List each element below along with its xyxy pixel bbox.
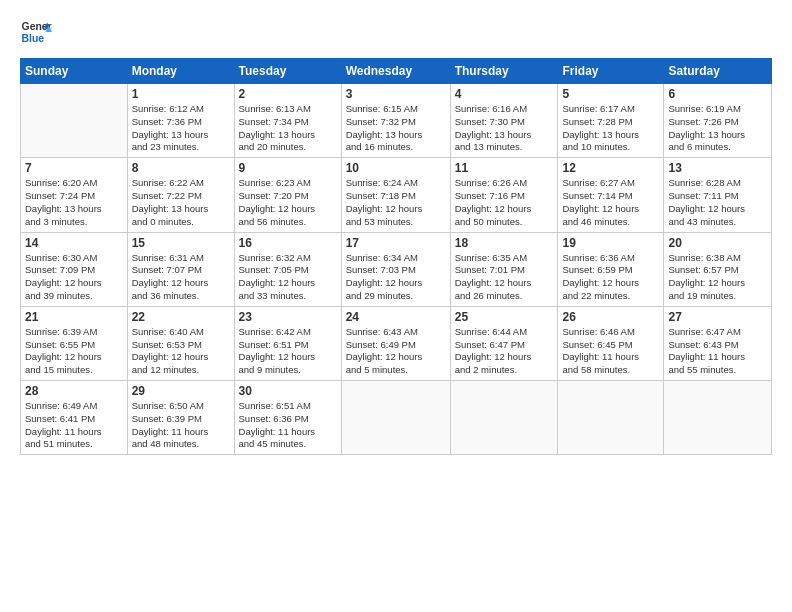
week-row-3: 14Sunrise: 6:30 AMSunset: 7:09 PMDayligh…: [21, 232, 772, 306]
day-number: 23: [239, 310, 337, 324]
day-info: Sunrise: 6:13 AMSunset: 7:34 PMDaylight:…: [239, 103, 337, 154]
day-cell: 23Sunrise: 6:42 AMSunset: 6:51 PMDayligh…: [234, 306, 341, 380]
day-cell: 18Sunrise: 6:35 AMSunset: 7:01 PMDayligh…: [450, 232, 558, 306]
day-cell: 21Sunrise: 6:39 AMSunset: 6:55 PMDayligh…: [21, 306, 128, 380]
day-info: Sunrise: 6:49 AMSunset: 6:41 PMDaylight:…: [25, 400, 123, 451]
day-info: Sunrise: 6:27 AMSunset: 7:14 PMDaylight:…: [562, 177, 659, 228]
day-number: 21: [25, 310, 123, 324]
day-number: 24: [346, 310, 446, 324]
day-info: Sunrise: 6:26 AMSunset: 7:16 PMDaylight:…: [455, 177, 554, 228]
day-cell: [21, 84, 128, 158]
day-cell: 30Sunrise: 6:51 AMSunset: 6:36 PMDayligh…: [234, 381, 341, 455]
day-cell: 1Sunrise: 6:12 AMSunset: 7:36 PMDaylight…: [127, 84, 234, 158]
day-number: 3: [346, 87, 446, 101]
day-info: Sunrise: 6:42 AMSunset: 6:51 PMDaylight:…: [239, 326, 337, 377]
day-info: Sunrise: 6:36 AMSunset: 6:59 PMDaylight:…: [562, 252, 659, 303]
day-cell: [558, 381, 664, 455]
week-row-1: 1Sunrise: 6:12 AMSunset: 7:36 PMDaylight…: [21, 84, 772, 158]
day-info: Sunrise: 6:39 AMSunset: 6:55 PMDaylight:…: [25, 326, 123, 377]
day-info: Sunrise: 6:22 AMSunset: 7:22 PMDaylight:…: [132, 177, 230, 228]
day-number: 12: [562, 161, 659, 175]
day-number: 29: [132, 384, 230, 398]
day-cell: 19Sunrise: 6:36 AMSunset: 6:59 PMDayligh…: [558, 232, 664, 306]
day-number: 26: [562, 310, 659, 324]
day-cell: 28Sunrise: 6:49 AMSunset: 6:41 PMDayligh…: [21, 381, 128, 455]
day-cell: 3Sunrise: 6:15 AMSunset: 7:32 PMDaylight…: [341, 84, 450, 158]
day-cell: 7Sunrise: 6:20 AMSunset: 7:24 PMDaylight…: [21, 158, 128, 232]
day-number: 17: [346, 236, 446, 250]
day-number: 9: [239, 161, 337, 175]
weekday-header-monday: Monday: [127, 59, 234, 84]
day-info: Sunrise: 6:40 AMSunset: 6:53 PMDaylight:…: [132, 326, 230, 377]
day-number: 6: [668, 87, 767, 101]
weekday-header-thursday: Thursday: [450, 59, 558, 84]
weekday-header-friday: Friday: [558, 59, 664, 84]
day-cell: 11Sunrise: 6:26 AMSunset: 7:16 PMDayligh…: [450, 158, 558, 232]
day-info: Sunrise: 6:12 AMSunset: 7:36 PMDaylight:…: [132, 103, 230, 154]
day-number: 5: [562, 87, 659, 101]
day-cell: 6Sunrise: 6:19 AMSunset: 7:26 PMDaylight…: [664, 84, 772, 158]
day-number: 18: [455, 236, 554, 250]
day-cell: [450, 381, 558, 455]
day-number: 15: [132, 236, 230, 250]
day-number: 7: [25, 161, 123, 175]
day-cell: 26Sunrise: 6:46 AMSunset: 6:45 PMDayligh…: [558, 306, 664, 380]
day-cell: 8Sunrise: 6:22 AMSunset: 7:22 PMDaylight…: [127, 158, 234, 232]
day-cell: 29Sunrise: 6:50 AMSunset: 6:39 PMDayligh…: [127, 381, 234, 455]
day-info: Sunrise: 6:23 AMSunset: 7:20 PMDaylight:…: [239, 177, 337, 228]
day-cell: 10Sunrise: 6:24 AMSunset: 7:18 PMDayligh…: [341, 158, 450, 232]
day-number: 8: [132, 161, 230, 175]
day-cell: [664, 381, 772, 455]
day-number: 13: [668, 161, 767, 175]
day-info: Sunrise: 6:24 AMSunset: 7:18 PMDaylight:…: [346, 177, 446, 228]
day-info: Sunrise: 6:38 AMSunset: 6:57 PMDaylight:…: [668, 252, 767, 303]
day-info: Sunrise: 6:32 AMSunset: 7:05 PMDaylight:…: [239, 252, 337, 303]
day-info: Sunrise: 6:28 AMSunset: 7:11 PMDaylight:…: [668, 177, 767, 228]
week-row-2: 7Sunrise: 6:20 AMSunset: 7:24 PMDaylight…: [21, 158, 772, 232]
weekday-header-wednesday: Wednesday: [341, 59, 450, 84]
logo: General Blue: [20, 16, 52, 48]
day-cell: 20Sunrise: 6:38 AMSunset: 6:57 PMDayligh…: [664, 232, 772, 306]
day-cell: 12Sunrise: 6:27 AMSunset: 7:14 PMDayligh…: [558, 158, 664, 232]
day-number: 22: [132, 310, 230, 324]
day-cell: 16Sunrise: 6:32 AMSunset: 7:05 PMDayligh…: [234, 232, 341, 306]
weekday-header-row: SundayMondayTuesdayWednesdayThursdayFrid…: [21, 59, 772, 84]
day-info: Sunrise: 6:43 AMSunset: 6:49 PMDaylight:…: [346, 326, 446, 377]
day-info: Sunrise: 6:15 AMSunset: 7:32 PMDaylight:…: [346, 103, 446, 154]
weekday-header-tuesday: Tuesday: [234, 59, 341, 84]
day-number: 19: [562, 236, 659, 250]
day-cell: 25Sunrise: 6:44 AMSunset: 6:47 PMDayligh…: [450, 306, 558, 380]
day-number: 16: [239, 236, 337, 250]
day-info: Sunrise: 6:34 AMSunset: 7:03 PMDaylight:…: [346, 252, 446, 303]
logo-icon: General Blue: [20, 16, 52, 48]
day-cell: 24Sunrise: 6:43 AMSunset: 6:49 PMDayligh…: [341, 306, 450, 380]
day-info: Sunrise: 6:44 AMSunset: 6:47 PMDaylight:…: [455, 326, 554, 377]
day-cell: 13Sunrise: 6:28 AMSunset: 7:11 PMDayligh…: [664, 158, 772, 232]
day-number: 1: [132, 87, 230, 101]
day-number: 11: [455, 161, 554, 175]
day-cell: 14Sunrise: 6:30 AMSunset: 7:09 PMDayligh…: [21, 232, 128, 306]
day-number: 20: [668, 236, 767, 250]
day-cell: 17Sunrise: 6:34 AMSunset: 7:03 PMDayligh…: [341, 232, 450, 306]
day-number: 4: [455, 87, 554, 101]
day-number: 28: [25, 384, 123, 398]
day-number: 2: [239, 87, 337, 101]
day-info: Sunrise: 6:30 AMSunset: 7:09 PMDaylight:…: [25, 252, 123, 303]
day-number: 25: [455, 310, 554, 324]
day-info: Sunrise: 6:51 AMSunset: 6:36 PMDaylight:…: [239, 400, 337, 451]
day-number: 30: [239, 384, 337, 398]
day-number: 14: [25, 236, 123, 250]
day-info: Sunrise: 6:50 AMSunset: 6:39 PMDaylight:…: [132, 400, 230, 451]
day-cell: 22Sunrise: 6:40 AMSunset: 6:53 PMDayligh…: [127, 306, 234, 380]
day-cell: 27Sunrise: 6:47 AMSunset: 6:43 PMDayligh…: [664, 306, 772, 380]
svg-text:Blue: Blue: [22, 33, 45, 44]
day-cell: 9Sunrise: 6:23 AMSunset: 7:20 PMDaylight…: [234, 158, 341, 232]
day-cell: [341, 381, 450, 455]
week-row-5: 28Sunrise: 6:49 AMSunset: 6:41 PMDayligh…: [21, 381, 772, 455]
day-info: Sunrise: 6:19 AMSunset: 7:26 PMDaylight:…: [668, 103, 767, 154]
day-number: 10: [346, 161, 446, 175]
weekday-header-sunday: Sunday: [21, 59, 128, 84]
weekday-header-saturday: Saturday: [664, 59, 772, 84]
day-info: Sunrise: 6:31 AMSunset: 7:07 PMDaylight:…: [132, 252, 230, 303]
day-info: Sunrise: 6:47 AMSunset: 6:43 PMDaylight:…: [668, 326, 767, 377]
